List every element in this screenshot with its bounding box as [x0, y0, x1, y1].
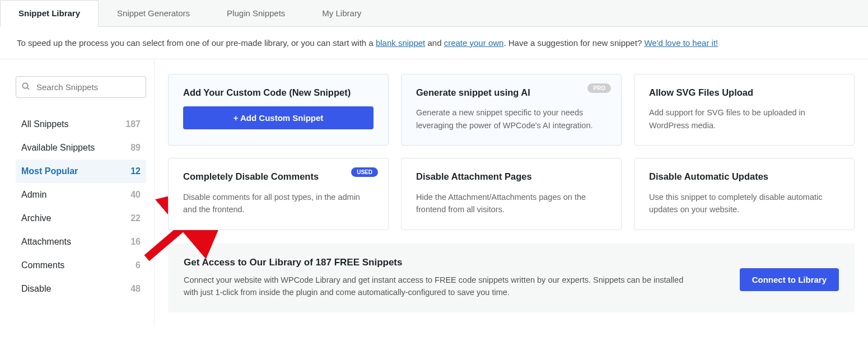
cat-most-popular[interactable]: Most Popular12 [16, 160, 146, 183]
intro-mid1: and [425, 38, 444, 48]
card-title: Generate snippet using AI [416, 87, 606, 99]
tab-snippet-library[interactable]: Snippet Library [0, 0, 99, 27]
cat-count: 187 [125, 119, 141, 129]
card-desc: Disable comments for all post types, in … [183, 191, 374, 216]
category-list: All Snippets187 Available Snippets89 Mos… [16, 113, 146, 301]
card-title: Add Your Custom Code (New Snippet) [183, 87, 374, 99]
connect-to-library-button[interactable]: Connect to Library [740, 268, 839, 291]
intro-text: To speed up the process you can select f… [0, 27, 868, 59]
cat-label: Archive [21, 213, 51, 223]
svg-line-1 [27, 87, 29, 89]
search-input[interactable] [16, 76, 146, 98]
card-allow-svg[interactable]: Allow SVG Files Upload Add support for S… [634, 74, 855, 146]
cat-all-snippets[interactable]: All Snippets187 [16, 113, 146, 136]
cat-count: 12 [130, 166, 141, 176]
card-disable-comments[interactable]: USED Completely Disable Comments Disable… [168, 158, 389, 230]
pro-badge: PRO [587, 83, 611, 93]
cta-desc: Connect your website with WPCode Library… [184, 274, 688, 299]
cat-label: Comments [21, 260, 64, 270]
intro-mid2: . Have a suggestion for new snippet? [503, 38, 644, 48]
cat-label: All Snippets [21, 119, 69, 129]
cat-label: Most Popular [21, 166, 78, 176]
add-custom-snippet-button[interactable]: + Add Custom Snippet [183, 106, 374, 129]
card-desc: Hide the Attachment/Attachments pages on… [416, 191, 606, 216]
cat-label: Disable [21, 284, 51, 294]
card-title: Disable Attachment Pages [416, 171, 606, 183]
tab-my-library[interactable]: My Library [304, 0, 380, 26]
cat-count: 89 [130, 143, 141, 153]
card-desc: Use this snippet to completely disable a… [649, 191, 839, 216]
cat-available-snippets[interactable]: Available Snippets89 [16, 136, 146, 160]
card-add-custom-code[interactable]: Add Your Custom Code (New Snippet) + Add… [168, 74, 389, 146]
used-badge: USED [351, 167, 378, 177]
cat-archive[interactable]: Archive22 [16, 207, 146, 230]
cat-count: 16 [130, 237, 141, 247]
card-generate-ai[interactable]: PRO Generate snippet using AI Generate a… [401, 74, 622, 146]
cat-label: Attachments [21, 237, 71, 247]
tab-snippet-generators[interactable]: Snippet Generators [99, 0, 208, 26]
intro-prefix: To speed up the process you can select f… [17, 38, 376, 48]
cat-comments[interactable]: Comments6 [16, 254, 146, 277]
card-desc: Generate a new snippet specific to your … [416, 106, 606, 132]
cards-grid: Add Your Custom Code (New Snippet) + Add… [168, 74, 855, 230]
search-wrap [16, 76, 146, 98]
cat-count: 6 [136, 260, 141, 270]
tabs-bar: Snippet Library Snippet Generators Plugi… [0, 0, 868, 27]
link-suggestion[interactable]: We'd love to hear it! [644, 38, 718, 48]
cat-label: Available Snippets [21, 143, 95, 153]
cat-count: 48 [130, 284, 141, 294]
card-title: Disable Automatic Updates [649, 171, 839, 183]
card-title: Allow SVG Files Upload [649, 87, 839, 99]
tab-plugin-snippets[interactable]: Plugin Snippets [208, 0, 304, 26]
cta-box: Get Access to Our Library of 187 FREE Sn… [168, 244, 855, 312]
card-title: Completely Disable Comments [183, 171, 374, 183]
cat-count: 22 [130, 213, 141, 223]
link-blank-snippet[interactable]: blank snippet [376, 38, 425, 48]
search-icon [21, 82, 30, 93]
card-desc: Add support for SVG files to be uploaded… [649, 106, 839, 132]
cta-title: Get Access to Our Library of 187 FREE Sn… [184, 257, 688, 268]
svg-point-0 [22, 83, 27, 88]
cta-text: Get Access to Our Library of 187 FREE Sn… [184, 257, 688, 299]
cat-disable[interactable]: Disable48 [16, 277, 146, 301]
cat-attachments[interactable]: Attachments16 [16, 230, 146, 254]
card-disable-attachment[interactable]: Disable Attachment Pages Hide the Attach… [401, 158, 622, 230]
card-disable-updates[interactable]: Disable Automatic Updates Use this snipp… [634, 158, 855, 230]
cat-count: 40 [130, 190, 141, 200]
cat-admin[interactable]: Admin40 [16, 183, 146, 207]
content-area: Add Your Custom Code (New Snippet) + Add… [155, 59, 868, 326]
sidebar: All Snippets187 Available Snippets89 Mos… [0, 59, 155, 326]
cat-label: Admin [21, 190, 46, 200]
link-create-own[interactable]: create your own [444, 38, 504, 48]
